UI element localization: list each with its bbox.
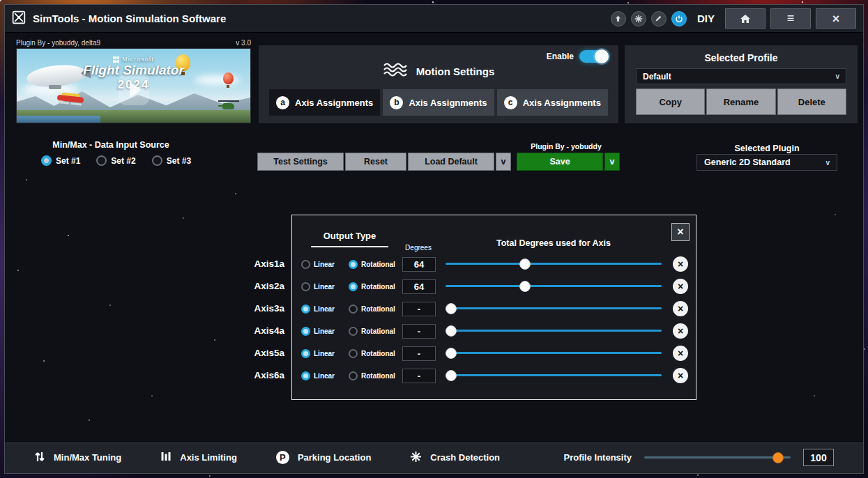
slider-track — [644, 456, 791, 458]
parking-location-button[interactable]: P Parking Location — [276, 451, 371, 464]
tab-axis-assignments-c[interactable]: c Axis Assignments — [497, 89, 608, 116]
menu-button[interactable]: ≡ — [770, 8, 811, 29]
play-button[interactable] — [119, 75, 149, 105]
slider-handle[interactable] — [519, 281, 531, 292]
linear-radio-option[interactable]: Linear — [301, 260, 349, 269]
axis-degrees-slider[interactable] — [446, 325, 662, 337]
rotational-radio-option[interactable]: Rotational — [349, 304, 402, 314]
rotational-radio-option[interactable]: Rotational — [349, 260, 402, 269]
linear-radio-option[interactable]: Linear — [301, 327, 349, 336]
enable-label: Enable — [547, 52, 574, 61]
axis-degrees-slider[interactable] — [446, 303, 662, 314]
radio-set-3[interactable]: Set #3 — [152, 155, 191, 166]
axis-row: Linear Rotational 64 × — [292, 253, 696, 275]
tab-axis-assignments-a[interactable]: a Axis Assignments — [269, 89, 380, 116]
linear-radio-option[interactable]: Linear — [301, 349, 349, 358]
toggle-knob — [595, 49, 609, 63]
slider-handle[interactable] — [446, 348, 457, 359]
profile-intensity-group: Profile Intensity 100 — [563, 449, 834, 466]
edit-pencil-icon[interactable] — [651, 11, 667, 26]
delete-button[interactable]: Delete — [777, 88, 846, 115]
axis-row: Linear Rotational - × — [292, 320, 696, 342]
degrees-value-field[interactable]: - — [402, 369, 436, 383]
dialog-close-button[interactable]: × — [671, 223, 690, 241]
test-settings-button[interactable]: Test Settings — [257, 153, 344, 171]
axis-degrees-slider[interactable] — [446, 281, 662, 292]
rotational-radio-option[interactable]: Rotational — [349, 371, 402, 380]
tab-axis-assignments-b[interactable]: b Axis Assignments — [383, 89, 494, 116]
helicopter-shape — [218, 100, 239, 111]
axis-dialog-box: × Output Type Degrees Total Degrees used… — [291, 215, 696, 400]
plugin-dropdown[interactable]: Generic 2D Standard v — [696, 154, 837, 171]
home-button[interactable] — [725, 8, 766, 29]
clear-axis-button[interactable]: × — [673, 256, 688, 272]
clear-axis-button[interactable]: × — [673, 279, 688, 294]
rotational-radio-option[interactable]: Rotational — [349, 327, 402, 336]
axis-degrees-slider[interactable] — [446, 370, 662, 381]
radio-set-2[interactable]: Set #2 — [96, 155, 135, 166]
clear-axis-button[interactable]: × — [673, 346, 688, 361]
radio-icon — [349, 371, 358, 380]
bottom-item-label: Crash Detection — [430, 452, 500, 463]
slider-handle[interactable] — [446, 370, 457, 381]
degrees-value-field[interactable]: - — [402, 324, 436, 339]
selected-profile-panel: Selected Profile Default v Copy Rename D… — [625, 45, 858, 123]
clear-axis-button[interactable]: × — [673, 323, 688, 339]
degrees-value-field[interactable]: 64 — [402, 279, 436, 294]
load-default-dropdown-button[interactable]: v — [496, 153, 511, 171]
profile-intensity-handle[interactable] — [772, 452, 784, 463]
axis-name-label: Axis2a — [245, 275, 284, 297]
power-button[interactable] — [671, 11, 687, 26]
radio-icon — [349, 349, 358, 358]
enable-toggle[interactable] — [579, 50, 609, 63]
axis-row: Linear Rotational - × — [292, 364, 696, 387]
linear-radio-option[interactable]: Linear — [301, 371, 349, 380]
linear-radio-option[interactable]: Linear — [301, 282, 349, 291]
slider-handle[interactable] — [446, 325, 457, 337]
crash-detection-button[interactable]: Crash Detection — [410, 451, 500, 465]
settings-icon[interactable] — [631, 11, 646, 26]
save-dropdown-button[interactable]: v — [604, 153, 620, 171]
rotational-radio-option[interactable]: Rotational — [349, 349, 402, 358]
copy-button[interactable]: Copy — [636, 88, 705, 115]
app-window: SimTools - Motion Simulation Software DI… — [4, 4, 864, 474]
waves-icon — [383, 62, 408, 80]
axis-limiting-button[interactable]: Axis Limiting — [160, 451, 237, 464]
load-default-button[interactable]: Load Default — [408, 153, 494, 171]
axis-degrees-slider[interactable] — [446, 259, 662, 270]
rotational-radio-option[interactable]: Rotational — [349, 282, 402, 291]
profile-intensity-slider[interactable] — [644, 452, 791, 463]
motion-settings-title: Motion Settings — [416, 65, 495, 77]
linear-radio-option[interactable]: Linear — [301, 304, 349, 314]
letter-b-icon: b — [390, 96, 403, 109]
rename-button[interactable]: Rename — [706, 88, 775, 115]
clear-axis-button[interactable]: × — [673, 368, 688, 383]
actions-row: Test Settings Reset Load Default v Save … — [257, 153, 620, 171]
degrees-value-field[interactable]: 64 — [402, 257, 436, 272]
degrees-value-field[interactable]: - — [402, 302, 436, 316]
slider-track — [446, 285, 662, 287]
axis-names-column: Axis1a Axis2a Axis3a Axis4a Axis5a Axis6… — [245, 252, 284, 386]
tab-label: Axis Assignments — [523, 98, 601, 108]
reset-button[interactable]: Reset — [345, 153, 406, 171]
arrow-up-button[interactable] — [611, 11, 626, 26]
radio-icon — [301, 304, 310, 314]
radio-set-1[interactable]: Set #1 — [41, 155, 80, 166]
radio-icon — [349, 282, 358, 291]
axis-name-label: Axis6a — [245, 364, 284, 386]
close-button[interactable]: × — [816, 8, 856, 29]
clear-axis-button[interactable]: × — [673, 301, 688, 316]
game-banner[interactable]: Microsoft Flight Simulator 2024 — [16, 48, 251, 123]
slider-track — [446, 352, 662, 354]
data-input-source-options: Set #1 Set #2 Set #3 — [41, 155, 191, 166]
axis-row: Linear Rotational - × — [292, 342, 696, 364]
axis-degrees-slider[interactable] — [446, 348, 662, 359]
slider-handle[interactable] — [446, 303, 457, 314]
degrees-value-field[interactable]: - — [402, 346, 436, 361]
save-button[interactable]: Save — [517, 153, 603, 171]
simtools-logo-icon — [12, 10, 26, 27]
slider-handle[interactable] — [519, 259, 531, 270]
min-max-tuning-button[interactable]: Min/Max Tuning — [34, 451, 121, 465]
profile-dropdown[interactable]: Default v — [636, 68, 846, 84]
updown-arrows-icon — [34, 451, 45, 465]
